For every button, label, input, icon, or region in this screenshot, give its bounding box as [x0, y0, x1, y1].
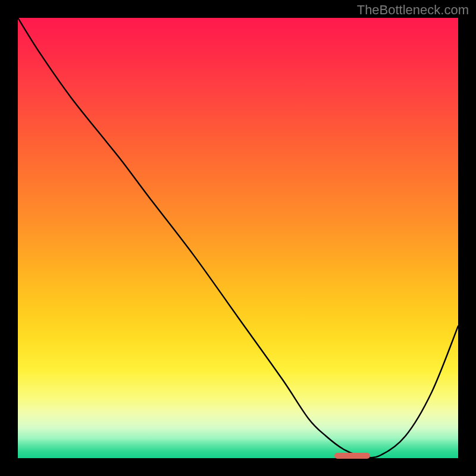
watermark: TheBottleneck.com [357, 2, 469, 18]
bottleneck-curve [18, 18, 458, 458]
optimal-marker [334, 453, 370, 459]
chart-plot-area [18, 18, 458, 458]
